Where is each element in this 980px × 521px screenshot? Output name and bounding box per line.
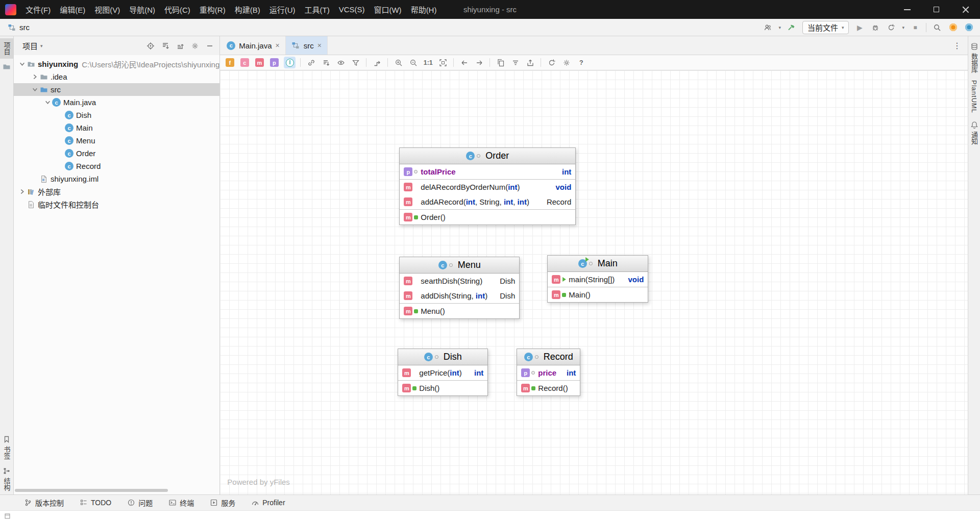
chevron-down-icon[interactable]: ▾ [40,43,43,48]
member-row[interactable]: msearthDish(String)Dish [400,274,519,288]
actual-size-button[interactable]: 1:1 [422,57,434,68]
menu-item[interactable]: 导航(N) [125,0,160,19]
statusbar-item-todo[interactable]: TODO [79,499,111,507]
member-row[interactable]: ptotalPriceint [400,164,575,179]
edge-creation-mode-button[interactable] [371,57,383,68]
statusbar-item-terminal[interactable]: 终端 [168,498,194,508]
statusbar-item-problems[interactable]: 问题 [127,498,153,508]
tree-item-scratches[interactable]: 临时文件和控制台 [14,198,219,211]
menu-item[interactable]: 运行(U) [265,0,300,19]
tree-item-main[interactable]: cMain [14,121,219,134]
class-node-record[interactable]: cRecordppriceintmRecord() [517,349,580,396]
close-icon[interactable]: × [276,42,280,49]
menu-item[interactable]: 窗口(W) [369,0,406,19]
back-button[interactable] [458,57,470,68]
menu-item[interactable]: 视图(V) [90,0,125,19]
toolwindow-tab-structure[interactable]: 结构 [0,463,13,494]
member-row[interactable]: mmain(String[])void [548,272,648,287]
member-row[interactable]: mMenu() [400,304,519,318]
minimize-button[interactable] [893,0,922,19]
forward-button[interactable] [473,57,485,68]
rerun-coverage-icon[interactable] [886,22,896,33]
close-icon[interactable]: × [317,42,322,49]
menu-item[interactable]: 编辑(E) [55,0,90,19]
users-icon[interactable] [763,22,773,33]
toolwindow-tab-folder[interactable] [0,59,13,75]
chevron-down-icon[interactable] [43,100,52,105]
member-row[interactable]: mdelARecordByOrderNum(int)void [400,180,575,194]
tree-item-shiyunxing-iml[interactable]: shiyunxing.iml [14,172,219,185]
search-icon[interactable] [932,22,942,33]
hide-panel-button[interactable] [205,41,214,51]
tab-src-uml[interactable]: src× [286,36,328,55]
refresh-data-model-button[interactable] [546,57,557,68]
visibility-level-button[interactable] [335,57,347,68]
class-node-main[interactable]: cMainmmain(String[])voidmMain() [547,255,648,303]
diagram-settings-button[interactable] [560,57,572,68]
apply-layout-button[interactable] [509,57,521,68]
menu-item[interactable]: 代码(C) [160,0,195,19]
tree-item-order[interactable]: cOrder [14,147,219,160]
window-icon[interactable] [3,512,12,520]
tree-item-shiyunxing[interactable]: shiyunxingC:\Users\胡沁民\IdeaProjects\shiy… [14,58,219,70]
menu-item[interactable]: 重构(R) [195,0,230,19]
maximize-button[interactable] [922,0,951,19]
diagram-canvas[interactable]: Powered by yFiles cOrderptotalPriceintmd… [220,70,968,494]
member-row[interactable]: mOrder() [400,210,575,225]
zoom-in-button[interactable] [393,57,404,68]
tree-item-menu[interactable]: cMenu [14,134,219,147]
sort-members-button[interactable] [320,57,332,68]
show-methods-button[interactable]: m [254,57,266,68]
member-row[interactable]: mgetPrice(int)int [398,365,487,380]
statusbar-item-version-control[interactable]: 版本控制 [23,498,64,508]
filter-button[interactable] [350,57,361,68]
class-node-order[interactable]: cOrderptotalPriceintmdelARecordByOrderNu… [399,147,576,225]
toolwindow-tab-plantuml[interactable]: PlantUML [968,77,980,117]
tree-item-external-libraries[interactable]: 外部库 [14,185,219,198]
zoom-out-button[interactable] [407,57,419,68]
more-options-icon[interactable]: ⋮ [946,41,968,51]
menu-item[interactable]: 构建(B) [230,0,265,19]
copy-diagram-button[interactable] [495,57,506,68]
chevron-down-icon[interactable] [18,61,27,67]
stop-button[interactable]: ■ [910,22,920,33]
build-hammer-icon[interactable] [787,22,797,33]
statusbar-item-services[interactable]: 服务 [209,498,235,508]
show-properties-button[interactable]: p [269,57,281,68]
show-constructors-button[interactable]: c [239,57,251,68]
chevron-right-icon[interactable] [31,74,39,80]
class-node-menu[interactable]: cMenumsearthDish(String)DishmaddDish(Str… [399,257,520,319]
show-dependencies-button[interactable] [305,57,317,68]
tree-item-idea-folder[interactable]: .idea [14,70,219,83]
show-fields-button[interactable]: f [225,57,236,68]
tab-main-java[interactable]: cMain.java× [221,36,285,55]
member-row[interactable]: maddARecord(int, String, int, int)Record [400,194,575,209]
statusbar-item-profiler[interactable]: Profiler [251,499,285,507]
export-diagram-button[interactable] [524,57,536,68]
member-row[interactable]: mRecord() [517,381,580,395]
breadcrumb[interactable]: src [7,23,30,32]
tree-item-dish[interactable]: cDish [14,109,219,121]
horizontal-scrollbar[interactable] [15,489,168,492]
show-inner-classes-button[interactable]: I [284,57,296,68]
toolwindow-tab-notifications[interactable]: 通知 [968,117,980,148]
collapse-all-button[interactable] [176,41,185,51]
debug-bug-icon[interactable] [870,22,880,33]
orange-plugin-icon[interactable] [948,22,958,33]
run-button[interactable]: ▶ [854,22,865,33]
menu-item[interactable]: 文件(F) [21,0,55,19]
member-row[interactable]: maddDish(String, int)Dish [400,288,519,303]
class-node-dish[interactable]: cDishmgetPrice(int)intmDish() [398,349,488,396]
blue-plugin-icon[interactable] [964,22,974,33]
locate-file-button[interactable] [146,41,155,51]
toolwindow-tab-bookmarks[interactable]: 书签 [0,431,13,463]
tree-item-src[interactable]: src [14,83,219,96]
toolwindow-tab-database[interactable]: 数据库 [968,38,980,77]
menu-item[interactable]: 帮助(H) [406,0,442,19]
options-button[interactable] [190,41,200,51]
expand-all-button[interactable] [161,41,170,51]
fit-content-button[interactable] [437,57,449,68]
chevron-right-icon[interactable] [18,189,27,194]
member-row[interactable]: ppriceint [517,365,580,380]
tree-item-main-java[interactable]: cMain.java [14,96,219,109]
